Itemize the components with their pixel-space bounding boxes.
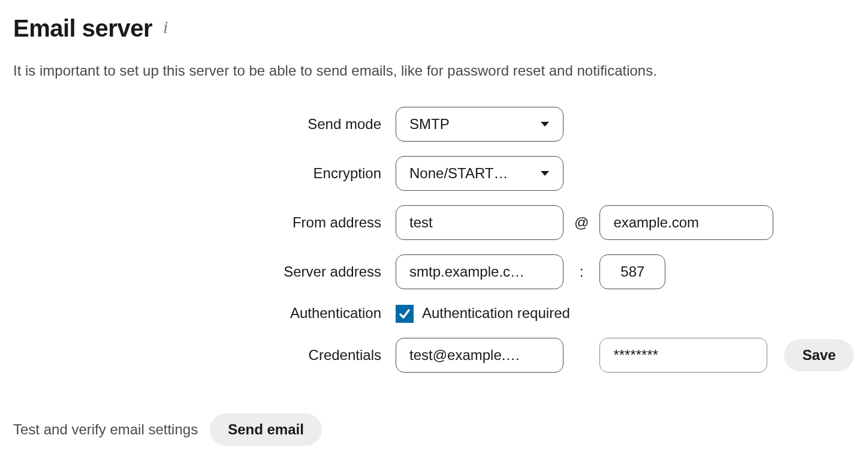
chevron-down-icon [540, 170, 550, 176]
authentication-label: Authentication [13, 304, 385, 323]
server-port-value: 587 [620, 262, 644, 281]
from-domain-value: example.com [613, 213, 699, 232]
send-email-button-label: Send email [228, 421, 304, 438]
encryption-label: Encryption [13, 164, 385, 183]
save-button[interactable]: Save [784, 339, 854, 371]
server-host-value: smtp.example.c… [409, 262, 525, 281]
page-title-text: Email server [13, 12, 152, 44]
auth-required-checkbox[interactable] [396, 305, 414, 323]
colon-separator: : [574, 262, 589, 281]
credentials-password-input[interactable]: ******** [599, 338, 767, 373]
at-separator: @ [574, 213, 589, 232]
send-mode-select[interactable]: SMTP [396, 107, 563, 142]
server-port-input[interactable]: 587 [599, 254, 665, 289]
server-host-input[interactable]: smtp.example.c… [396, 254, 563, 289]
page-title: Email server i [13, 12, 855, 44]
credentials-label: Credentials [13, 346, 385, 365]
credentials-password-value: ******** [613, 346, 658, 365]
page-description: It is important to set up this server to… [13, 61, 855, 80]
encryption-value: None/START… [409, 164, 537, 183]
from-domain-input[interactable]: example.com [599, 205, 773, 240]
server-address-label: Server address [13, 262, 385, 281]
from-address-label: From address [13, 213, 385, 232]
from-local-value: test [409, 213, 433, 232]
send-mode-value: SMTP [409, 115, 537, 134]
credentials-user-value: test@example.… [409, 346, 520, 365]
test-email-label: Test and verify email settings [13, 420, 198, 439]
save-button-label: Save [802, 347, 836, 364]
credentials-user-input[interactable]: test@example.… [396, 338, 563, 373]
from-local-input[interactable]: test [396, 205, 563, 240]
authentication-row: Authentication required [396, 304, 854, 323]
auth-required-text: Authentication required [422, 304, 570, 323]
test-email-row: Test and verify email settings Send emai… [13, 413, 855, 446]
send-mode-label: Send mode [13, 115, 385, 134]
send-email-button[interactable]: Send email [210, 413, 322, 446]
chevron-down-icon [540, 121, 550, 127]
encryption-select[interactable]: None/START… [396, 156, 563, 191]
email-server-form: Send mode SMTP Encryption None/START… Fr… [13, 107, 855, 372]
email-server-settings: Email server i It is important to set up… [0, 0, 868, 468]
info-icon[interactable]: i [163, 18, 168, 38]
